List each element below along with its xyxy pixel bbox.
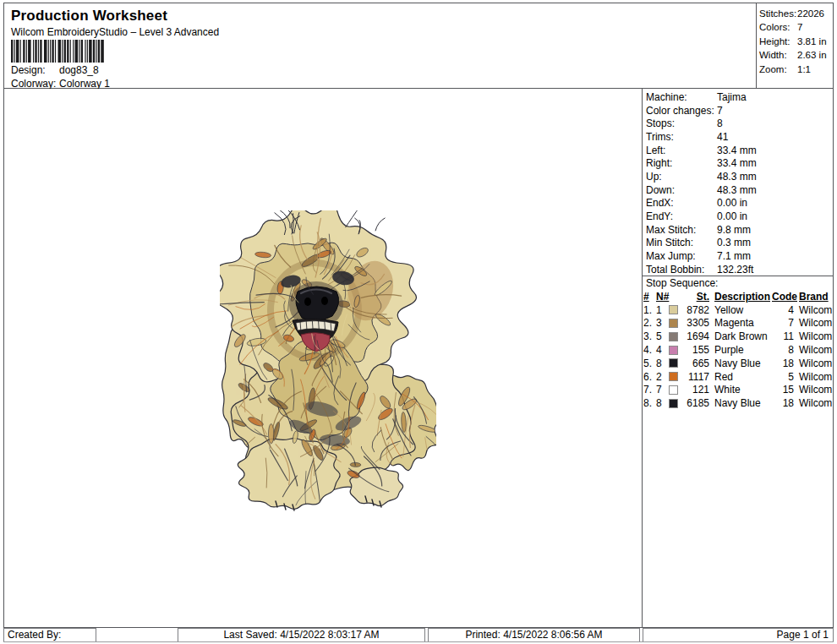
colorway-label: Colorway:	[11, 78, 59, 90]
cell-st: 1694	[682, 330, 709, 342]
machine-info-value: 8	[717, 117, 723, 129]
footer-last-saved: Last Saved: 4/15/2022 8:03:17 AM	[178, 628, 425, 642]
stop-sequence-table: # N# St. Description Code Brand 1.18782Y…	[643, 290, 833, 410]
cell-brand: Wilcom	[794, 304, 834, 316]
machine-info-value: 0.3 mm	[717, 237, 751, 248]
stat-row: Colors:7	[759, 22, 833, 35]
cell-n: 8	[656, 397, 669, 409]
thread-color-swatch	[669, 385, 678, 395]
barcode	[11, 40, 105, 63]
dog-embroidery-design	[220, 210, 436, 513]
stat-row: Width:2.63 in	[759, 50, 833, 63]
cell-code: 15	[772, 384, 794, 396]
footer-created-by: Created By:	[3, 628, 96, 642]
machine-info-value: 0.00 in	[717, 197, 747, 209]
stop-sequence-row: 1.18782Yellow4Wilcom	[643, 303, 833, 317]
machine-info-row: Right:33.4 mm	[646, 156, 832, 170]
footer-printed: Printed: 4/15/2022 8:06:56 AM	[428, 628, 640, 642]
cell-n: 3	[656, 317, 669, 329]
cell-brand: Wilcom	[794, 384, 834, 396]
stop-sequence-row: 4.4155Purple8Wilcom	[643, 343, 833, 357]
machine-info-label: Stops:	[646, 117, 717, 129]
cell-num: 8.	[643, 397, 656, 409]
machine-info-value: 48.3 mm	[717, 171, 757, 183]
cell-st: 8782	[682, 304, 709, 316]
cell-st: 155	[682, 344, 709, 356]
machine-info-row: Left:33.4 mm	[646, 144, 832, 157]
machine-info-value: 0.00 in	[717, 210, 747, 222]
stat-value: 7	[797, 22, 802, 35]
stop-sequence-header-row: # N# St. Description Code Brand	[643, 290, 833, 303]
design-label: Design:	[11, 64, 59, 76]
machine-info-row: EndY:0.00 in	[646, 210, 832, 223]
machine-info-row: Max Stitch:9.8 mm	[646, 223, 832, 237]
stat-value: 1:1	[797, 64, 811, 78]
thread-color-swatch	[669, 399, 678, 408]
cell-swatch	[669, 385, 682, 395]
header: Production Worksheet Wilcom EmbroiderySt…	[3, 3, 834, 89]
machine-info-label: Up:	[646, 171, 717, 183]
colorway-value: Colorway 1	[59, 78, 110, 90]
cell-description: Purple	[709, 344, 772, 356]
app-subtitle: Wilcom EmbroideryStudio – Level 3 Advanc…	[11, 26, 219, 38]
thread-color-swatch	[669, 372, 678, 381]
machine-info-value: 7.1 mm	[717, 250, 751, 262]
col-description: Description	[714, 291, 770, 303]
machine-info-value: 48.3 mm	[717, 184, 757, 196]
cell-n: 2	[656, 371, 669, 383]
stat-row: Stitches:22026	[759, 8, 833, 22]
cell-description: Red	[709, 371, 772, 383]
cell-code: 5	[772, 371, 794, 383]
cell-brand: Wilcom	[794, 330, 834, 342]
info-panel: Machine:TajimaColor changes:7Stops:8Trim…	[642, 89, 833, 627]
cell-brand: Wilcom	[794, 344, 834, 356]
machine-info-label: EndX:	[646, 197, 717, 209]
cell-brand: Wilcom	[794, 357, 834, 369]
cell-st: 1117	[682, 371, 709, 383]
stop-sequence-row: 7.7121White15Wilcom	[643, 384, 833, 397]
cell-n: 8	[656, 357, 669, 369]
stat-row: Height:3.81 in	[759, 36, 833, 50]
cell-code: 18	[772, 357, 794, 369]
machine-info-label: Total Bobbin:	[646, 264, 717, 276]
cell-swatch	[669, 346, 682, 355]
cell-description: Dark Brown	[709, 330, 772, 342]
cell-code: 11	[772, 330, 794, 342]
machine-info-row: Min Stitch:0.3 mm	[646, 237, 832, 250]
stat-label: Stitches:	[759, 8, 797, 22]
cell-st: 665	[682, 357, 709, 369]
thread-color-swatch	[669, 346, 678, 355]
page-bottom-border	[3, 641, 834, 642]
cell-swatch	[669, 399, 682, 408]
cell-num: 1.	[643, 304, 656, 316]
cell-swatch	[669, 319, 682, 328]
machine-info-label: Max Jump:	[646, 250, 717, 262]
cell-description: Navy Blue	[709, 357, 772, 369]
cell-description: Navy Blue	[709, 397, 772, 409]
stop-sequence-row: 8.86185Navy Blue18Wilcom	[643, 396, 833, 410]
col-num: #	[643, 291, 649, 303]
cell-brand: Wilcom	[794, 397, 834, 409]
machine-info-row: Down:48.3 mm	[646, 183, 832, 197]
machine-info-row: Up:48.3 mm	[646, 170, 832, 183]
cell-num: 4.	[643, 344, 656, 356]
cell-st: 6185	[682, 397, 709, 409]
thread-color-swatch	[669, 319, 678, 328]
cell-num: 5.	[643, 357, 656, 369]
machine-info-row: Color changes:7	[646, 104, 832, 117]
stop-sequence-row: 6.21117Red5Wilcom	[643, 370, 833, 384]
machine-info-row: Total Bobbin:132.23ft	[646, 263, 832, 276]
stat-label: Colors:	[759, 22, 797, 35]
machine-info-value: 41	[717, 131, 728, 143]
machine-info-label: Max Stitch:	[646, 224, 717, 236]
machine-info: Machine:TajimaColor changes:7Stops:8Trim…	[646, 90, 832, 276]
cell-description: Yellow	[709, 304, 772, 316]
machine-info-value: Tajima	[717, 91, 747, 103]
cell-brand: Wilcom	[794, 317, 834, 329]
cell-code: 18	[772, 397, 794, 409]
cell-num: 2.	[643, 317, 656, 329]
cell-code: 4	[772, 304, 794, 316]
stop-sequence-divider	[643, 276, 833, 276]
thread-color-swatch	[669, 358, 678, 368]
design-row: Design:dog83_8	[11, 64, 99, 76]
